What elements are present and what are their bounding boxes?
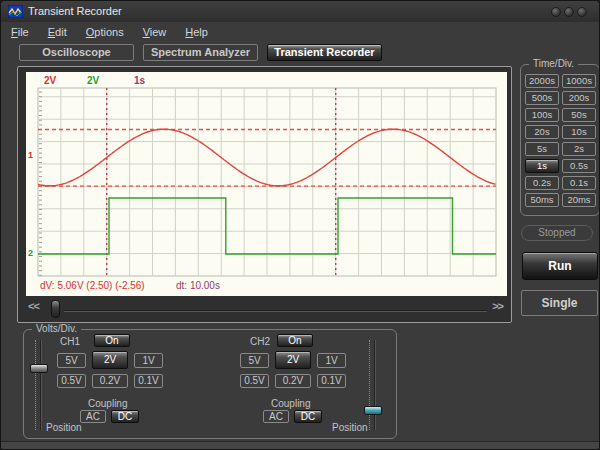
voltsdiv-group: Volts/Div. CH1 On 5V 2V 1V 0.5V 0.2V 0.1… — [23, 329, 397, 439]
tab-bar: Oscilloscope Spectrum Analyzer Transient… — [19, 44, 382, 61]
run-button[interactable]: Run — [522, 252, 598, 280]
scroll-right-button[interactable]: >> — [492, 300, 503, 312]
close-button[interactable] — [577, 7, 587, 17]
timediv-5s[interactable]: 5s — [525, 142, 559, 156]
maximize-button[interactable] — [564, 7, 574, 17]
ch2-position-slider[interactable] — [362, 340, 382, 430]
ch1-label: CH1 — [60, 336, 80, 347]
timediv-20s[interactable]: 20s — [525, 125, 559, 139]
waveform-plot[interactable] — [26, 72, 507, 296]
menu-options[interactable]: Options — [86, 26, 124, 38]
ch2-on-button[interactable]: On — [277, 334, 313, 347]
voltage-cursor-readout: dV: 5.06V (2.50) (-2.56) — [40, 280, 145, 291]
timediv-100s[interactable]: 100s — [525, 108, 559, 122]
tab-oscilloscope[interactable]: Oscilloscope — [19, 44, 134, 61]
ch2-5v-button[interactable]: 5V — [240, 353, 269, 368]
window-controls — [551, 7, 587, 17]
timediv-10s[interactable]: 10s — [562, 125, 596, 139]
tab-transient-recorder[interactable]: Transient Recorder — [267, 44, 382, 61]
app-waveform-icon — [8, 5, 23, 18]
window-title: Transient Recorder — [28, 5, 122, 17]
ch2-2v-button[interactable]: 2V — [275, 351, 311, 369]
ch2-dc-button[interactable]: DC — [294, 410, 322, 423]
ch1-position-slider[interactable] — [28, 340, 48, 430]
timediv-2s[interactable]: 2s — [562, 142, 596, 156]
menu-edit[interactable]: Edit — [48, 26, 67, 38]
scroll-left-button[interactable]: << — [28, 300, 39, 312]
ch1-0.2v-button[interactable]: 0.2V — [92, 374, 128, 388]
timediv-1000s[interactable]: 1000s — [562, 74, 596, 88]
title-bar: Transient Recorder — [1, 1, 599, 22]
ch2-coupling-label: Coupling — [271, 398, 310, 409]
timediv-500s[interactable]: 500s — [525, 91, 559, 105]
ch2-label: CH2 — [250, 336, 270, 347]
scroll-track[interactable] — [64, 310, 487, 312]
ch1-2v-button[interactable]: 2V — [92, 351, 128, 369]
ch1-position-marker: 1 — [28, 150, 33, 160]
app-window: Transient Recorder File Edit Options Vie… — [0, 0, 600, 450]
ch1-0.1v-button[interactable]: 0.1V — [134, 374, 163, 388]
time-cursor-readout: dt: 10.00s — [176, 280, 220, 291]
time-scale-label: 1s — [134, 75, 145, 86]
plot-frame: 2V 2V 1s 1 2 dV: 5.06V (2.50) (-2.56) dt… — [17, 66, 512, 323]
timediv-title: Time/Div. — [529, 58, 578, 69]
tab-spectrum-analyzer[interactable]: Spectrum Analyzer — [143, 44, 258, 61]
plot-scrollbar: << >> — [18, 298, 511, 322]
ch2-0.1v-button[interactable]: 0.1V — [317, 374, 346, 388]
ch2-slider-groove — [374, 340, 376, 430]
ch2-slider-track — [369, 340, 370, 430]
ch1-slider-track — [35, 340, 36, 430]
timediv-20ms[interactable]: 20ms — [562, 193, 596, 207]
status-badge: Stopped — [521, 225, 593, 241]
ch1-0.5v-button[interactable]: 0.5V — [57, 374, 86, 388]
timediv-0.2s[interactable]: 0.2s — [525, 176, 559, 190]
ch1-dc-button[interactable]: DC — [111, 410, 139, 423]
ch2-scale-label: 2V — [87, 75, 99, 86]
menu-bar: File Edit Options View Help — [1, 23, 599, 41]
voltsdiv-title: Volts/Div. — [32, 323, 81, 334]
ch2-0.5v-button[interactable]: 0.5V — [240, 374, 269, 388]
ch1-coupling-label: Coupling — [88, 398, 127, 409]
timediv-buttons: 2000s 1000s 500s 200s 100s 50s 20s 10s 5… — [525, 74, 596, 207]
timediv-group: Time/Div. 2000s 1000s 500s 200s 100s 50s… — [520, 64, 600, 216]
minimize-button[interactable] — [551, 7, 561, 17]
bottom-status-strip — [1, 441, 599, 449]
menu-help[interactable]: Help — [185, 26, 208, 38]
timediv-50ms[interactable]: 50ms — [525, 193, 559, 207]
ch1-1v-button[interactable]: 1V — [134, 353, 163, 368]
timediv-0.5s[interactable]: 0.5s — [562, 159, 596, 173]
single-button[interactable]: Single — [521, 290, 598, 316]
ch2-1v-button[interactable]: 1V — [317, 353, 346, 368]
ch2-ac-button[interactable]: AC — [263, 410, 289, 423]
ch1-5v-button[interactable]: 5V — [57, 353, 86, 368]
scroll-thumb[interactable] — [51, 300, 60, 318]
menu-view[interactable]: View — [143, 26, 167, 38]
timediv-50s[interactable]: 50s — [562, 108, 596, 122]
ch2-position-marker: 2 — [28, 248, 33, 258]
menu-file[interactable]: File — [11, 26, 29, 38]
ch1-position-label: Position — [46, 422, 82, 433]
ch2-0.2v-button[interactable]: 0.2V — [275, 374, 311, 388]
plot-area[interactable]: 2V 2V 1s 1 2 dV: 5.06V (2.50) (-2.56) dt… — [26, 72, 507, 296]
timediv-1s[interactable]: 1s — [525, 159, 559, 173]
ch2-slider-thumb[interactable] — [364, 406, 382, 415]
ch1-scale-label: 2V — [44, 75, 56, 86]
ch1-slider-groove — [40, 340, 42, 430]
timediv-0.1s[interactable]: 0.1s — [562, 176, 596, 190]
ch1-ac-button[interactable]: AC — [80, 410, 106, 423]
ch1-slider-thumb[interactable] — [30, 364, 48, 373]
timediv-2000s[interactable]: 2000s — [525, 74, 559, 88]
ch1-on-button[interactable]: On — [94, 334, 130, 347]
timediv-200s[interactable]: 200s — [562, 91, 596, 105]
